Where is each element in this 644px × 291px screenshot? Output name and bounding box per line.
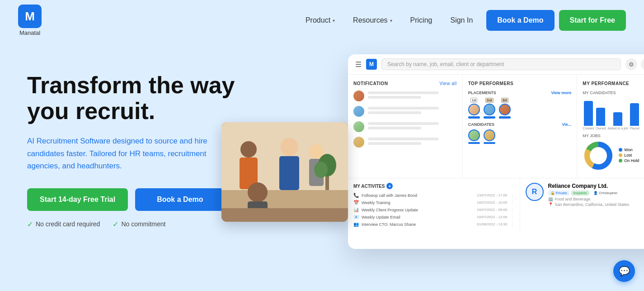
notif-line: [368, 107, 439, 110]
legend-dot: [619, 153, 622, 157]
performer-item: 3rd: [499, 98, 511, 119]
activity-item: 📧 Weekly Update Email 18/07/2022 - 12:00…: [353, 215, 514, 219]
navbar: M Manatal Product ▾ Resources ▾ Pricing …: [0, 0, 644, 41]
notifications-panel: NOTIFICATION View all: [348, 75, 463, 178]
chart-bar-added: Added to a job: [607, 112, 628, 130]
notifications-title: NOTIFICATION View all: [353, 81, 457, 86]
dashboard-topbar: ☰ M Search by name, job, email, client o…: [348, 54, 644, 75]
notif-line: [368, 138, 439, 140]
nav-book-demo-button[interactable]: Book a Demo: [486, 10, 554, 31]
activity-item: 📅 Weekly Training 18/07/2022 - 10:00 ⋮: [353, 200, 514, 205]
company-tags: 🔒 Private Implants 👤 Christopher: [548, 191, 630, 196]
logo-label: Manatal: [19, 29, 40, 36]
company-industry: 🏢 Food and Beverage: [548, 197, 630, 201]
legend-onhold: On Hold: [619, 158, 639, 163]
location-icon: 📍: [548, 202, 553, 207]
people-icon: 👥: [353, 222, 359, 227]
nav-item-signin[interactable]: Sign In: [441, 13, 482, 28]
dashboard-logo: M: [366, 59, 377, 70]
people-illustration: [221, 122, 348, 222]
notif-item: [353, 91, 457, 101]
notif-avatar: [353, 106, 364, 117]
chart-bar-placed: Placed: [630, 103, 639, 130]
dashboard-bottom: MY ACTIVITES + 📞 Followup call with Jame…: [348, 178, 644, 234]
notif-item: [353, 106, 457, 117]
my-jobs-label: MY JOBS: [583, 134, 644, 138]
svg-point-4: [280, 138, 298, 156]
email-icon: 📧: [353, 215, 359, 219]
nav-link-product[interactable]: Product ▾: [296, 13, 344, 28]
notif-avatar: [353, 121, 364, 132]
notif-item: [353, 121, 457, 132]
svg-rect-5: [279, 156, 299, 190]
building-icon: 🏢: [548, 197, 553, 201]
chevron-down-icon: ▾: [390, 18, 392, 23]
company-location: 📍 San Bernardino, California, United Sta…: [548, 202, 630, 207]
my-performance-title: MY PERFORMANCE: [583, 81, 644, 86]
activity-item: 👥 Interview CTO: Marcus Shane 01/08/2022…: [353, 222, 514, 227]
nav-link-pricing[interactable]: Pricing: [401, 13, 442, 28]
logo[interactable]: M Manatal: [18, 5, 42, 36]
svg-point-18: [592, 149, 605, 162]
people-photo: [221, 122, 348, 222]
notif-line: [368, 96, 421, 99]
svg-point-6: [248, 182, 268, 202]
dashboard-content: NOTIFICATION View all: [348, 75, 644, 178]
notif-line: [368, 122, 439, 125]
candidate-item: [468, 129, 480, 144]
nav-link-resources[interactable]: Resources ▾: [344, 13, 401, 28]
tag-person: 👤 Christopher: [591, 191, 620, 196]
hero-title: Transform the way you recruit.: [27, 72, 235, 124]
tag-implants: Implants: [571, 191, 589, 196]
hamburger-icon: ☰: [355, 60, 362, 69]
svg-rect-13: [221, 208, 348, 222]
trust-no-card: ✓ No credit card required: [27, 220, 100, 229]
nav-item-product[interactable]: Product ▾: [296, 13, 344, 28]
view-all-link[interactable]: View all: [439, 81, 456, 86]
dashboard-mockup: ☰ M Search by name, job, email, client o…: [348, 54, 644, 249]
donut-legend: Won Lost On Hold: [619, 148, 639, 164]
calendar-icon: 📅: [353, 200, 359, 205]
hero-section: Transform the way you recruit. AI Recrui…: [0, 41, 644, 291]
legend-label: Won: [624, 148, 632, 152]
nav-item-resources[interactable]: Resources ▾: [344, 13, 401, 28]
notif-line: [368, 91, 439, 94]
notif-avatar: [353, 91, 364, 101]
start-trial-button[interactable]: Start 14-day Free Trial: [27, 188, 128, 211]
book-demo-button[interactable]: Book a Demo: [135, 188, 225, 211]
chat-icon: 💬: [619, 266, 630, 277]
nav-link-signin[interactable]: Sign In: [441, 13, 482, 28]
dashboard-search[interactable]: Search by name, job, email, client or de…: [381, 58, 621, 70]
my-performance-panel: MY PERFORMANCE MY CANDIDATES Created Own…: [577, 75, 644, 178]
notif-line: [368, 111, 421, 114]
hero-left: Transform the way you recruit. AI Recrui…: [27, 50, 235, 229]
legend-label: On Hold: [624, 158, 639, 163]
svg-point-12: [314, 162, 328, 178]
notif-lines: [368, 138, 457, 147]
company-panel: R Reliance Company Ltd. 🔒 Private Implan…: [520, 178, 644, 234]
trust-indicators: ✓ No credit card required ✓ No commitmen…: [27, 220, 235, 229]
logo-icon: M: [18, 5, 42, 28]
add-activity-button[interactable]: +: [386, 183, 393, 189]
nav-item-pricing[interactable]: Pricing: [401, 13, 442, 28]
phone-icon: 📞: [353, 193, 359, 198]
tag-private: 🔒 Private: [548, 191, 569, 196]
notif-lines: [368, 91, 457, 100]
hero-buttons: Start 14-day Free Trial Book a Demo: [27, 188, 235, 211]
my-candidates-label: MY CANDIDATES: [583, 91, 644, 95]
chevron-down-icon: ▾: [333, 18, 335, 23]
check-icon: ✓: [113, 220, 118, 229]
help-icon: ?: [641, 58, 644, 70]
notif-lines: [368, 107, 457, 116]
hero-subtitle: AI Recruitment Software designed to sour…: [27, 135, 217, 172]
nav-start-free-button[interactable]: Start for Free: [559, 10, 626, 31]
legend-dot: [619, 148, 622, 152]
legend-dot: [619, 159, 622, 162]
company-name: Reliance Company Ltd.: [548, 183, 630, 189]
legend-label: Lost: [624, 153, 632, 157]
settings-icon: ⚙: [625, 58, 637, 70]
activity-item: 📞 Followup call with James Bond 13/07/20…: [353, 193, 514, 198]
chart-bar-owned: Owned: [596, 108, 606, 130]
chat-button[interactable]: 💬: [613, 260, 635, 282]
svg-point-2: [240, 141, 257, 157]
